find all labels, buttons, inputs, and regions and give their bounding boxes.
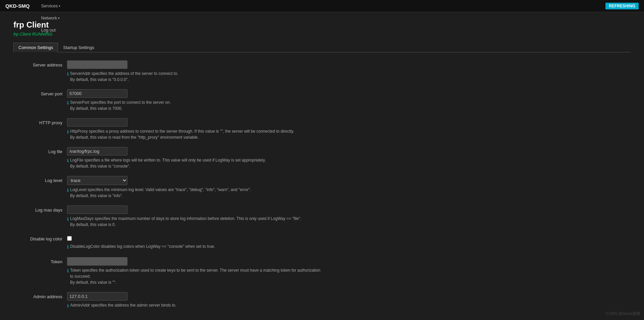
help-content-disable-log-color: DisableLogColor disables log colors when…	[70, 243, 215, 249]
help-server-address: ℹServerAddr specifies the address of the…	[67, 71, 322, 83]
tab-1[interactable]: Startup Settings	[58, 43, 99, 52]
wrap-log-file: ℹLogFile specifies a file where logs wil…	[67, 147, 322, 169]
nav-items: Status ▾System ▾Services ▾Network ▾Log o…	[38, 0, 64, 36]
input-token[interactable]	[67, 257, 127, 266]
wrap-http-proxy: ℹHttpProxy specifies a proxy address to …	[67, 118, 322, 140]
tabs-container: Common SettingsStartup Settings	[13, 43, 631, 52]
help-http-proxy: ℹHttpProxy specifies a proxy address to …	[67, 128, 322, 140]
field-server-address: Server addressℹServerAddr specifies the …	[13, 60, 631, 83]
input-log-file[interactable]	[67, 147, 127, 155]
field-token: TokenℹToken specifies the authorization …	[13, 257, 631, 285]
label-admin-address: Admin address	[13, 292, 67, 299]
select-log-level[interactable]: tracedebuginfowarnerror	[67, 176, 127, 185]
input-server-address[interactable]	[67, 60, 127, 69]
input-log-max-days[interactable]	[67, 205, 127, 214]
input-server-port[interactable]	[67, 89, 127, 98]
page-title: frp Client	[13, 20, 631, 30]
help-content-server-port: ServerPort specifies the port to connect…	[70, 99, 171, 111]
wrap-log-level: tracedebuginfowarnerrorℹLogLevel specifi…	[67, 176, 322, 199]
help-icon-admin-address: ℹ	[67, 303, 69, 309]
field-http-proxy: HTTP proxyℹHttpProxy specifies a proxy a…	[13, 118, 631, 140]
help-icon-server-port: ℹ	[67, 100, 69, 106]
dropdown-arrow: ▾	[58, 16, 60, 20]
help-disable-log-color: ℹDisableLogColor disables log colors whe…	[67, 243, 322, 250]
wrap-admin-address: ℹAdminAddr specifies the address the adm…	[67, 292, 322, 309]
help-log-max-days: ℹLogMaxDays specifies the maximum number…	[67, 216, 322, 228]
page-content: frp Client frp Client RUNNING Common Set…	[0, 12, 644, 320]
field-server-port: Server portℹServerPort specifies the por…	[13, 89, 631, 111]
help-admin-address: ℹAdminAddr specifies the address the adm…	[67, 302, 322, 309]
label-token: Token	[13, 257, 67, 264]
input-admin-address[interactable]	[67, 292, 127, 301]
page-status: frp Client RUNNING	[13, 32, 631, 37]
field-log-level: Log leveltracedebuginfowarnerrorℹLogLeve…	[13, 176, 631, 199]
help-content-server-address: ServerAddr specifies the address of the …	[70, 71, 178, 83]
help-icon-log-max-days: ℹ	[67, 216, 69, 223]
field-log-file: Log fileℹLogFile specifies a file where …	[13, 147, 631, 169]
help-content-log-file: LogFile specifies a file where logs will…	[70, 157, 266, 169]
checkbox-disable-log-color[interactable]	[67, 236, 72, 241]
help-log-file: ℹLogFile specifies a file where logs wil…	[67, 157, 322, 169]
help-content-http-proxy: HttpProxy specifies a proxy address to c…	[70, 128, 294, 140]
help-server-port: ℹServerPort specifies the port to connec…	[67, 99, 322, 111]
dropdown-arrow: ▾	[59, 4, 60, 8]
wrap-server-port: ℹServerPort specifies the port to connec…	[67, 89, 322, 111]
help-log-level: ℹLogLevel specifies the minimum log leve…	[67, 187, 322, 199]
label-server-address: Server address	[13, 60, 67, 67]
label-log-file: Log file	[13, 147, 67, 154]
field-disable-log-color: Disable log colorℹDisableLogColor disabl…	[13, 234, 631, 250]
field-admin-address: Admin addressℹAdminAddr specifies the ad…	[13, 292, 631, 309]
label-server-port: Server port	[13, 89, 67, 96]
navbar: QKD-SMQ Status ▾System ▾Services ▾Networ…	[0, 0, 644, 12]
help-icon-log-level: ℹ	[67, 187, 69, 194]
label-log-max-days: Log max days	[13, 205, 67, 213]
nav-item-network[interactable]: Network ▾	[38, 12, 64, 24]
help-content-log-level: LogLevel specifies the minimum log level…	[70, 187, 251, 199]
nav-item-log-out[interactable]: Log out	[38, 24, 64, 36]
field-log-max-days: Log max daysℹLogMaxDays specifies the ma…	[13, 205, 631, 228]
help-content-log-max-days: LogMaxDays specifies the maximum number …	[70, 216, 302, 228]
help-content-admin-address: AdminAddr specifies the address the admi…	[70, 302, 176, 308]
wrap-server-address: ℹServerAddr specifies the address of the…	[67, 60, 322, 83]
help-token: ℹToken specifies the authorization token…	[67, 267, 322, 285]
help-icon-http-proxy: ℹ	[67, 129, 69, 135]
input-http-proxy[interactable]	[67, 118, 127, 127]
help-icon-log-file: ℹ	[67, 157, 69, 164]
brand: QKD-SMQ	[5, 3, 30, 9]
label-http-proxy: HTTP proxy	[13, 118, 67, 125]
wrap-token: ℹToken specifies the authorization token…	[67, 257, 322, 285]
label-disable-log-color: Disable log color	[13, 234, 67, 241]
refreshing-badge: REFRESHING	[605, 3, 639, 9]
help-icon-token: ℹ	[67, 268, 69, 274]
form-container: Server addressℹServerAddr specifies the …	[13, 60, 631, 309]
help-content-token: Token specifies the authorization token …	[70, 267, 322, 285]
tab-0[interactable]: Common Settings	[13, 43, 58, 52]
help-icon-disable-log-color: ℹ	[67, 244, 69, 250]
wrap-log-max-days: ℹLogMaxDays specifies the maximum number…	[67, 205, 322, 228]
help-icon-server-address: ℹ	[67, 71, 69, 78]
watermark: CSDN @David唐辉	[606, 311, 641, 317]
wrap-disable-log-color: ℹDisableLogColor disables log colors whe…	[67, 234, 322, 250]
label-log-level: Log level	[13, 176, 67, 183]
nav-item-services[interactable]: Services ▾	[38, 0, 64, 12]
